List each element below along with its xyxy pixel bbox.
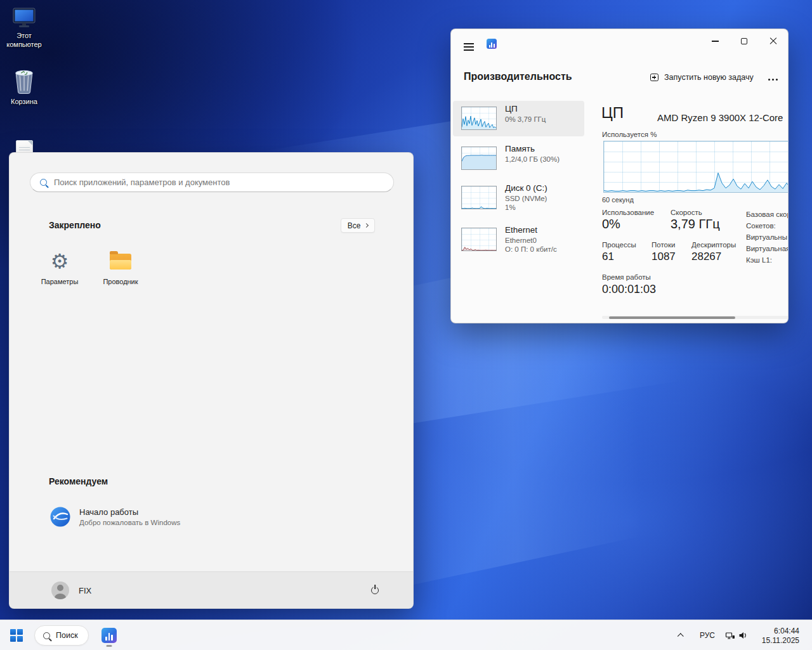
minimize-icon — [712, 41, 719, 41]
spec-label: Виртуальны — [746, 231, 789, 243]
stat-label-threads: Потоки — [652, 241, 675, 249]
user-avatar-icon — [51, 582, 69, 599]
taskbar-task-manager-button[interactable] — [96, 623, 122, 648]
running-indicator — [107, 645, 112, 647]
clock[interactable]: 6:04:44 15.11.2025 — [754, 627, 812, 645]
tray-time: 6:04:44 — [774, 627, 799, 635]
wallpaper-glow — [406, 358, 812, 650]
stat-label-processes: Процессы — [602, 241, 636, 249]
start-menu: Закреплено Все ⚙ Параметры Проводник Рек… — [9, 152, 414, 609]
maximize-button[interactable] — [730, 29, 759, 53]
stat-value-processes: 61 — [602, 250, 614, 263]
tray-date: 15.11.2025 — [762, 636, 799, 645]
cpu-chip-name: AMD Ryzen 9 3900X 12-Core — [657, 112, 783, 123]
spec-label: Кэш L1: — [746, 254, 789, 266]
sidebar-item-name: ЦП — [505, 104, 518, 114]
cpu-mini-graph — [461, 107, 497, 130]
close-button[interactable] — [759, 29, 788, 53]
task-manager-icon — [102, 628, 117, 643]
recommended-item-title: Начало работы — [79, 507, 180, 517]
desktop-screen: Этот компьютер Корзина Закреплено Все ⚙ … — [0, 0, 812, 650]
start-button[interactable] — [4, 623, 29, 648]
ellipsis-icon — [767, 73, 778, 82]
ethernet-mini-graph — [461, 228, 497, 251]
window-caption-controls — [700, 29, 788, 53]
sidebar-item-name: Ethernet — [505, 225, 537, 235]
power-button[interactable] — [365, 580, 385, 601]
stat-label-handles: Дескрипторы — [691, 241, 736, 249]
folder-icon — [110, 254, 131, 270]
sidebar-item-name: Диск 0 (C:) — [505, 183, 547, 193]
speaker-icon — [738, 630, 748, 640]
search-icon — [43, 632, 50, 639]
new-task-icon — [650, 74, 658, 81]
sidebar-item-detail2: О: 0 П: 0 кбит/с — [505, 245, 557, 253]
pinned-app-label: Параметры — [29, 278, 90, 285]
horizontal-scrollbar[interactable] — [602, 316, 789, 319]
taskbar-search-label: Поиск — [56, 631, 78, 640]
taskbar: Поиск РУС 6:04: — [0, 620, 812, 650]
sidebar-item-disk[interactable]: Диск 0 (C:) SSD (NVMe) 1% — [453, 180, 584, 217]
tray-network-volume-button[interactable] — [719, 624, 754, 647]
recommended-header: Рекомендуем — [49, 476, 108, 486]
sidebar-item-memory[interactable]: Память 1,2/4,0 ГБ (30%) — [453, 141, 584, 175]
desktop-icon-this-pc[interactable]: Этот компьютер — [4, 6, 44, 49]
stat-value-handles: 28267 — [691, 250, 721, 263]
chevron-right-icon — [364, 223, 369, 228]
desktop-icon-label: Этот компьютер — [4, 31, 44, 49]
start-menu-footer: FIX — [10, 571, 413, 608]
close-icon — [769, 37, 777, 45]
tray-overflow-button[interactable] — [671, 624, 690, 647]
this-pc-icon — [11, 6, 37, 29]
gear-icon: ⚙ — [51, 251, 69, 271]
user-name: FIX — [79, 586, 91, 595]
start-search-input[interactable] — [54, 178, 384, 187]
power-icon — [371, 587, 379, 594]
desktop-icon-recycle-bin[interactable]: Корзина — [4, 67, 44, 106]
stat-label-speed: Скорость — [671, 209, 702, 216]
user-profile-button[interactable]: FIX — [51, 581, 91, 600]
stat-label-usage: Использование — [602, 209, 654, 216]
more-options-button[interactable] — [763, 69, 782, 86]
cpu-section-title: ЦП — [601, 104, 624, 122]
spec-label: Виртуальная — [746, 243, 789, 254]
pinned-app-settings[interactable]: ⚙ Параметры — [29, 242, 90, 296]
pinned-header: Закреплено — [49, 220, 101, 230]
pinned-app-explorer[interactable]: Проводник — [90, 242, 151, 296]
run-new-task-button[interactable]: Запустить новую задачу — [644, 68, 760, 87]
sidebar-item-detail: SSD (NVMe) — [505, 195, 547, 202]
spec-label: Сокетов: — [746, 220, 789, 231]
language-indicator[interactable]: РУС — [695, 624, 719, 647]
cpu-spec-labels: Базовая скор Сокетов: Виртуальны Виртуал… — [746, 209, 789, 266]
recycle-bin-icon — [12, 67, 36, 95]
sidebar-item-cpu[interactable]: ЦП 0% 3,79 ГГц — [453, 101, 584, 136]
recommended-item[interactable]: Начало работы Добро пожаловать в Windows — [45, 500, 248, 533]
stat-value-speed: 3,79 ГГц — [671, 217, 720, 231]
task-manager-app-icon — [487, 39, 497, 49]
taskbar-search-button[interactable]: Поиск — [34, 625, 89, 646]
uptime-label: Время работы — [602, 273, 651, 281]
system-tray: РУС 6:04:44 15.11.2025 — [671, 620, 812, 650]
start-search-box[interactable] — [30, 172, 394, 192]
disk-mini-graph — [461, 186, 497, 209]
sidebar-item-detail: 0% 3,79 ГГц — [505, 115, 546, 123]
cpu-usage-graph — [603, 141, 789, 193]
sidebar-item-detail: Ethernet0 — [505, 237, 537, 244]
stat-value-threads: 1087 — [652, 250, 676, 263]
pinned-app-label: Проводник — [90, 278, 151, 285]
task-manager-window: Производительность Запустить новую задач… — [450, 29, 789, 323]
sidebar-item-detail: 1,2/4,0 ГБ (30%) — [505, 155, 560, 163]
cpu-graph-caption: Используется % — [602, 131, 657, 138]
desktop-icon-label: Корзина — [11, 97, 37, 106]
minimize-button[interactable] — [700, 29, 730, 53]
all-apps-label: Все — [348, 221, 361, 230]
page-title: Производительность — [464, 71, 572, 82]
sidebar-item-ethernet[interactable]: Ethernet Ethernet0 О: 0 П: 0 кбит/с — [453, 222, 584, 259]
recommended-item-subtitle: Добро пожаловать в Windows — [79, 519, 180, 526]
scrollbar-thumb[interactable] — [609, 316, 735, 319]
navigation-menu-button[interactable] — [459, 38, 479, 56]
uptime-value: 0:00:01:03 — [602, 283, 656, 296]
network-icon — [725, 630, 735, 640]
chevron-up-icon — [677, 633, 683, 639]
all-apps-button[interactable]: Все — [341, 218, 375, 233]
